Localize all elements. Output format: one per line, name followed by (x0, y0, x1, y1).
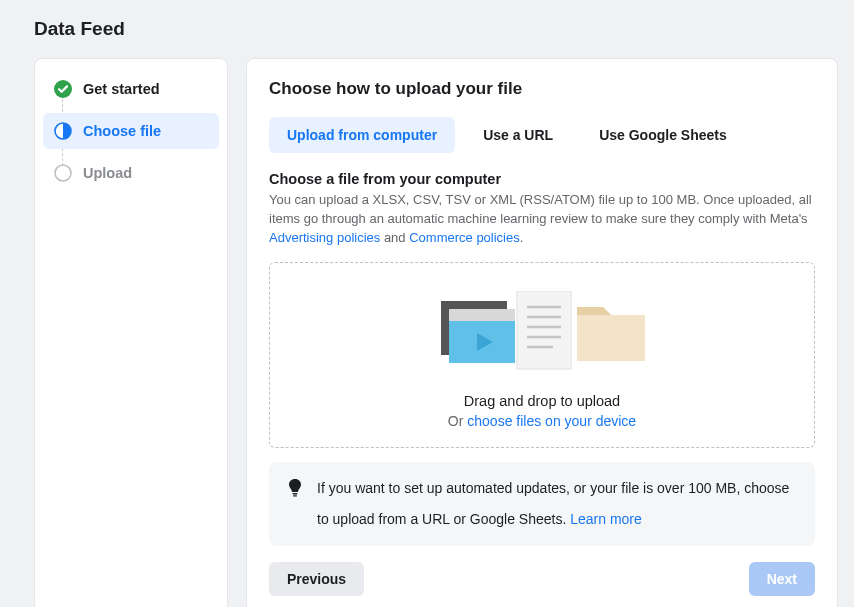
page-title: Data Feed (34, 18, 840, 40)
step-get-started[interactable]: Get started (43, 71, 219, 107)
upload-method-tabs: Upload from computer Use a URL Use Googl… (269, 117, 815, 153)
half-circle-icon (53, 121, 73, 141)
main-panel: Choose how to upload your file Upload fr… (246, 58, 838, 607)
svg-rect-13 (293, 493, 298, 494)
section-description: You can upload a XLSX, CSV, TSV or XML (… (269, 191, 815, 248)
desc-text: . (520, 230, 524, 245)
next-button[interactable]: Next (749, 562, 815, 596)
dropzone-title: Drag and drop to upload (280, 393, 804, 409)
section-title: Choose a file from your computer (269, 171, 815, 187)
svg-rect-7 (517, 291, 571, 369)
tab-upload-from-computer[interactable]: Upload from computer (269, 117, 455, 153)
step-choose-file[interactable]: Choose file (43, 113, 219, 149)
desc-text: and (380, 230, 409, 245)
svg-point-2 (55, 165, 71, 181)
lightbulb-icon (287, 478, 303, 500)
previous-button[interactable]: Previous (269, 562, 364, 596)
tip-box: If you want to set up automated updates,… (269, 462, 815, 546)
tip-text: If you want to set up automated updates,… (317, 480, 789, 527)
or-text: Or (448, 413, 467, 429)
file-dropzone[interactable]: Drag and drop to upload Or choose files … (269, 262, 815, 448)
tab-use-a-url[interactable]: Use a URL (465, 117, 571, 153)
learn-more-link[interactable]: Learn more (570, 509, 642, 530)
svg-rect-14 (293, 495, 297, 496)
step-upload[interactable]: Upload (43, 155, 219, 191)
check-circle-icon (53, 79, 73, 99)
step-label: Choose file (83, 123, 161, 139)
desc-text: You can upload a XLSX, CSV, TSV or XML (… (269, 192, 812, 226)
dropzone-illustration (280, 291, 804, 375)
step-label: Get started (83, 81, 160, 97)
footer-actions: Previous Next (269, 562, 815, 596)
tab-use-google-sheets[interactable]: Use Google Sheets (581, 117, 745, 153)
empty-circle-icon (53, 163, 73, 183)
step-sidebar: Get started Choose file Upload (34, 58, 228, 607)
choose-files-link[interactable]: choose files on your device (467, 413, 636, 429)
main-title: Choose how to upload your file (269, 79, 815, 99)
commerce-policies-link[interactable]: Commerce policies (409, 230, 520, 245)
dropzone-subtext: Or choose files on your device (280, 413, 804, 429)
step-label: Upload (83, 165, 132, 181)
advertising-policies-link[interactable]: Advertising policies (269, 230, 380, 245)
